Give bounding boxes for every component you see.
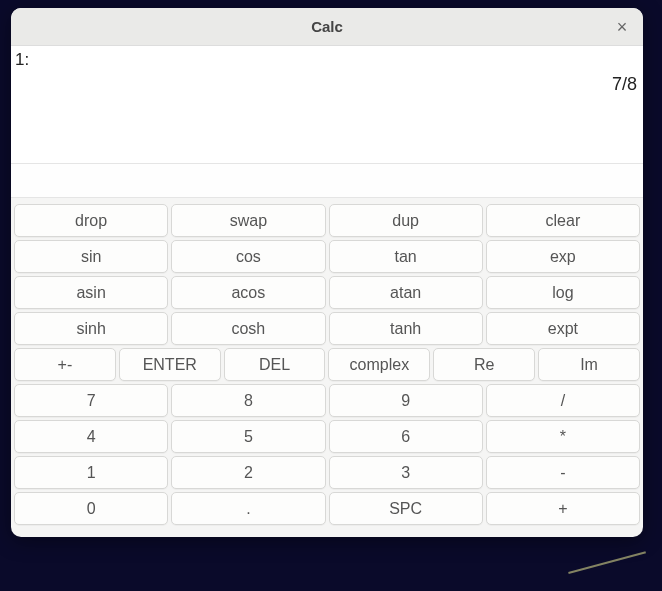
row-789: 7 8 9 / — [14, 384, 640, 417]
digit-0-button[interactable]: 0 — [14, 492, 168, 525]
calc-window: Calc × 1: 7/8 drop swap dup clear sin co… — [11, 8, 643, 537]
negate-button[interactable]: +- — [14, 348, 116, 381]
row-trig: sin cos tan exp — [14, 240, 640, 273]
keypad: drop swap dup clear sin cos tan exp asin… — [11, 198, 643, 537]
re-button[interactable]: Re — [433, 348, 535, 381]
digit-4-button[interactable]: 4 — [14, 420, 168, 453]
digit-3-button[interactable]: 3 — [329, 456, 483, 489]
decimal-button[interactable]: . — [171, 492, 325, 525]
stack-index: 1: — [15, 50, 29, 70]
row-stackops: drop swap dup clear — [14, 204, 640, 237]
log-button[interactable]: log — [486, 276, 640, 309]
expt-button[interactable]: expt — [486, 312, 640, 345]
row-hyp: sinh cosh tanh expt — [14, 312, 640, 345]
atan-button[interactable]: atan — [329, 276, 483, 309]
stack-display: 1: 7/8 — [11, 46, 643, 164]
close-icon[interactable]: × — [611, 16, 633, 38]
sin-button[interactable]: sin — [14, 240, 168, 273]
tan-button[interactable]: tan — [329, 240, 483, 273]
row-misc: +- ENTER DEL complex Re Im — [14, 348, 640, 381]
digit-1-button[interactable]: 1 — [14, 456, 168, 489]
row-0: 0 . SPC + — [14, 492, 640, 525]
input-bar[interactable] — [11, 164, 643, 198]
im-button[interactable]: Im — [538, 348, 640, 381]
tanh-button[interactable]: tanh — [329, 312, 483, 345]
cosh-button[interactable]: cosh — [171, 312, 325, 345]
plus-button[interactable]: + — [486, 492, 640, 525]
digit-5-button[interactable]: 5 — [171, 420, 325, 453]
swap-button[interactable]: swap — [171, 204, 325, 237]
digit-6-button[interactable]: 6 — [329, 420, 483, 453]
minus-button[interactable]: - — [486, 456, 640, 489]
row-123: 1 2 3 - — [14, 456, 640, 489]
digit-8-button[interactable]: 8 — [171, 384, 325, 417]
complex-button[interactable]: complex — [328, 348, 430, 381]
titlebar: Calc × — [11, 8, 643, 46]
digit-9-button[interactable]: 9 — [329, 384, 483, 417]
stack-value: 7/8 — [612, 74, 637, 95]
row-atrig: asin acos atan log — [14, 276, 640, 309]
sinh-button[interactable]: sinh — [14, 312, 168, 345]
asin-button[interactable]: asin — [14, 276, 168, 309]
divide-button[interactable]: / — [486, 384, 640, 417]
drop-button[interactable]: drop — [14, 204, 168, 237]
spc-button[interactable]: SPC — [329, 492, 483, 525]
desktop-background-accent — [568, 551, 656, 591]
digit-7-button[interactable]: 7 — [14, 384, 168, 417]
digit-2-button[interactable]: 2 — [171, 456, 325, 489]
clear-button[interactable]: clear — [486, 204, 640, 237]
window-title: Calc — [311, 18, 343, 35]
del-button[interactable]: DEL — [224, 348, 326, 381]
exp-button[interactable]: exp — [486, 240, 640, 273]
dup-button[interactable]: dup — [329, 204, 483, 237]
enter-button[interactable]: ENTER — [119, 348, 221, 381]
cos-button[interactable]: cos — [171, 240, 325, 273]
acos-button[interactable]: acos — [171, 276, 325, 309]
row-456: 4 5 6 * — [14, 420, 640, 453]
multiply-button[interactable]: * — [486, 420, 640, 453]
